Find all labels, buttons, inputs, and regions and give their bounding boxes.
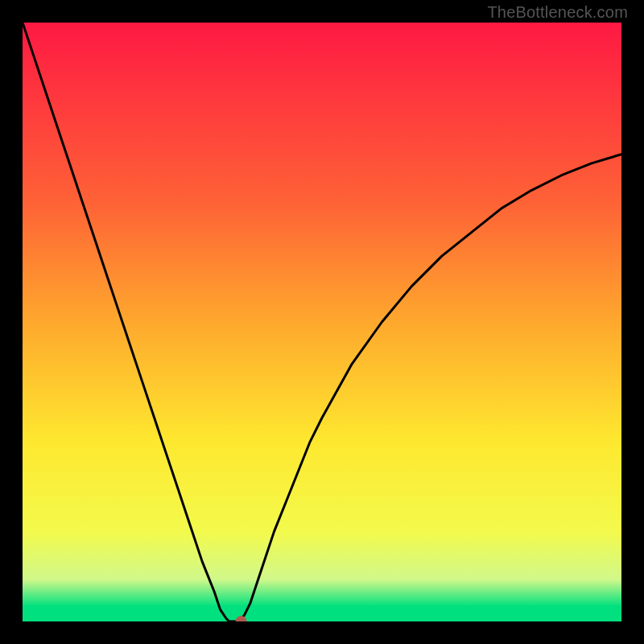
chart-plot-area xyxy=(23,23,621,621)
chart-curve xyxy=(23,23,621,621)
chart-marker-dot xyxy=(236,616,247,621)
watermark-text: TheBottleneck.com xyxy=(487,3,628,22)
